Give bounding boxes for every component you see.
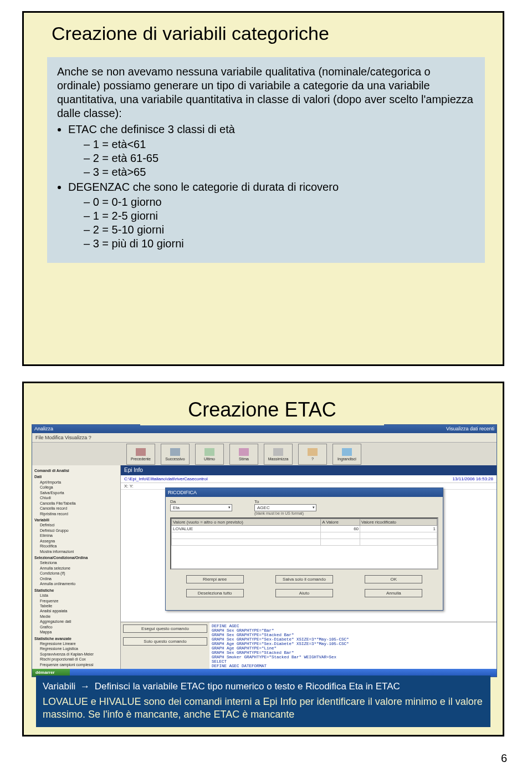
sidebar-item[interactable]: Rischi proporzionali di Cox [34,657,119,662]
toolbar-maximize-button[interactable]: Massimizza [264,444,293,465]
slide-2-frame: Analizza Visualizza dati recenti File Mo… [22,382,504,737]
toolbar-help-button[interactable]: ? [298,444,327,465]
sidebar-item[interactable]: Sopravvivenza di Kaplan-Meier [34,652,119,657]
sidebar-item[interactable]: Ripristina record [34,511,119,516]
app-content: Comandi di Analisi Dati Apri/Importa Col… [32,465,497,669]
dlg-ok-button[interactable]: OK [365,575,422,583]
bullet-etac: ETAC che definisce 3 classi di età 1 = e… [68,123,475,179]
bullet-etac-text: ETAC che definisce 3 classi di età [68,123,235,135]
slide-1-title: Creazione di variabili categoriche [52,23,475,44]
sidebar-item[interactable]: Aggregazione dati [34,619,119,624]
grid-cell[interactable]: 1 [360,526,437,532]
dlg-saveonly-button[interactable]: Salva solo il comando [275,575,333,583]
timestamp: 13/11/2006 16:53:28 [453,476,493,481]
grid-header-3: Valore ricodificato [360,519,437,526]
sidebar-group-variabili[interactable]: Variabili [34,517,119,522]
page-number: 6 [25,752,507,765]
prev-icon [136,448,146,456]
degenzac-class-1: 1 = 2-5 giorni [84,209,475,223]
run-command-button[interactable]: Esegui questo comando [123,624,207,633]
dlg-to-select[interactable]: AGEC [254,504,316,511]
sidebar-item[interactable]: Grafico [34,624,119,629]
dlg-help-button[interactable]: Aiuto [275,589,333,597]
main-header: Epi Info [121,465,497,475]
app-menubar[interactable]: File Modifica Visualizza ? [32,433,497,443]
sidebar-item[interactable]: Salva/Esporta [34,490,119,495]
sidebar-item[interactable]: Definisci Gruppo [34,528,119,533]
degenzac-class-0: 0 = 0-1 giorno [84,195,475,209]
sidebar-item[interactable]: Condiziona (If) [34,571,119,576]
toolbar-last-button[interactable]: Ultimo [195,444,224,465]
footer-line-2: LOVALUE e HIVALUE sono dei comandi inter… [43,695,484,720]
bullet-degenzac-text: DEGENZAC che sono le categorie di durata… [68,181,339,193]
sidebar-item[interactable]: Medie [34,614,119,619]
degenzac-class-2: 2 = 5-10 giorni [84,223,475,237]
footer-variabili: Variabili [43,681,75,692]
bullet-degenzac: DEGENZAC che sono le categorie di durata… [68,180,475,251]
sidebar-item[interactable]: Apri/Importa [34,480,119,485]
sidebar-item[interactable]: Annulla selezione [34,566,119,571]
grid-cell[interactable]: 60 [321,526,360,532]
sidebar-item[interactable]: Ricodifica [34,544,119,549]
sidebar-item[interactable]: Mappa [34,629,119,634]
slide-2-title-box: Creazione ETAC [140,394,384,425]
recode-dialog: RICODIFICA Da Eta To AGEC (blan [165,487,443,611]
slide-2-title: Creazione ETAC [188,398,336,421]
sidebar-item[interactable]: Assegna [34,539,119,544]
sidebar-group-advstats[interactable]: Statistiche avanzate [34,636,119,641]
grid-header-1: Valore (vuoto = altro o non previsto) [172,519,321,526]
slide-1-body: Anche se non avevamo nessuna variabile q… [47,57,485,263]
dialog-title: RICODIFICA [166,488,443,497]
dlg-cancel-button[interactable]: Annulla [365,589,422,597]
toolbar-estimate-button[interactable]: Stima [229,444,258,465]
degenzac-class-3: 3 = più di 10 giorni [84,237,475,251]
file-path: C:\Epi_Info\EIItaliano\dati\riverCasecon… [124,476,208,481]
sidebar-group-analysis: Comandi di Analisi [34,468,119,473]
sidebar-item[interactable]: Cancella record [34,506,119,511]
titlebar-right: Visualizza dati recenti [446,425,494,433]
only-this-command-button[interactable]: Solo questo comando [123,637,207,646]
code-pane: Esegui questo comando Solo questo comand… [121,622,497,669]
etac-class-3: 3 = età>65 [84,165,475,179]
sidebar-item[interactable]: Regressione Logistica [34,646,119,651]
sidebar-item[interactable]: Ordina [34,576,119,581]
zoom-icon [342,448,352,456]
sidebar-group-dati[interactable]: Dati [34,474,119,479]
sidebar-item[interactable]: Frequenze [34,598,119,603]
app-titlebar: Analizza Visualizza dati recenti [32,425,497,433]
next-icon [170,448,180,456]
main-path: C:\Epi_Info\EIItaliano\dati\riverCasecon… [121,475,497,483]
sidebar-group-select[interactable]: Seleziona/Condiziona/Ordina [34,555,119,560]
dlg-deselect-button[interactable]: Deseleziona tutto [186,589,244,597]
sidebar-item[interactable]: Cancella File/Tabella [34,501,119,506]
sidebar-item[interactable]: Mostra informazioni [34,549,119,554]
sidebar-item[interactable]: Elimina [34,533,119,538]
help-icon [308,448,318,456]
toolbar-prev-button[interactable]: Precedente [126,444,155,465]
etac-class-1: 1 = età<61 [84,138,475,151]
dlg-fill-button[interactable]: Riempi aree [186,575,244,583]
code-listing[interactable]: DEFINE AGEC GRAPH Sex GRAPHTYPE="Bar" GR… [209,622,497,669]
toolbar-zoom-button[interactable]: Ingrandisci [332,444,361,465]
sidebar-item[interactable]: Analisi appaiata [34,608,119,613]
sidebar-item[interactable]: Definisci [34,522,119,527]
titlebar-left: Analizza [34,425,53,433]
sidebar-item[interactable]: Regressione Lineare [34,641,119,646]
sidebar-group-stats[interactable]: Statistiche [34,588,119,593]
toolbar-next-button[interactable]: Successivo [161,444,190,465]
command-sidebar: Comandi di Analisi Dati Apri/Importa Col… [32,465,121,669]
sidebar-item[interactable]: Frequenze campioni complessi [34,662,119,667]
sidebar-item[interactable]: Tabelle [34,603,119,608]
sidebar-item[interactable]: Annulla ordinamento [34,581,119,586]
etac-class-2: 2 = età 61-65 [84,151,475,165]
sidebar-item[interactable]: Seleziona [34,560,119,565]
dlg-to-label: To [254,499,316,504]
dlg-grid[interactable]: Valore (vuoto = altro o non previsto) A … [170,517,438,570]
grid-cell[interactable]: LOVALUE [172,526,321,532]
dlg-from-select[interactable]: Eta [170,504,232,511]
dlg-from-label: Da [170,499,232,504]
sidebar-item[interactable]: Collega [34,485,119,490]
sidebar-item[interactable]: Lista [34,593,119,598]
grid-header-2: A Valore [321,519,360,526]
sidebar-item[interactable]: Chiudi [34,495,119,500]
